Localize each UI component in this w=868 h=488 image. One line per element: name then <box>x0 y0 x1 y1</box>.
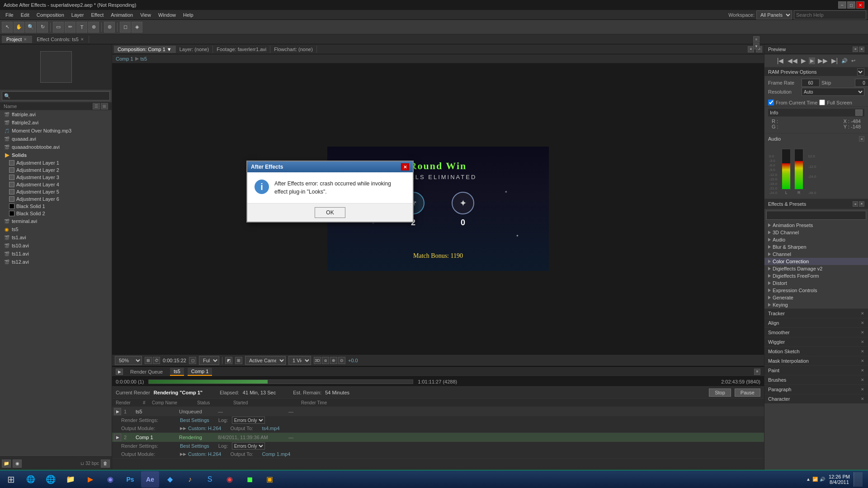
effects-search-input[interactable] <box>766 211 866 220</box>
project-item-ts11[interactable]: 🎬 ts11.avi <box>0 250 112 258</box>
effects-cat-distort[interactable]: Distort <box>764 280 868 287</box>
itunes-btn[interactable]: ♪ <box>181 471 199 488</box>
breadcrumb-comp1[interactable]: Comp 1 <box>116 56 133 62</box>
views-selector[interactable]: 1 View <box>288 356 311 365</box>
tool-select[interactable]: ↖ <box>2 22 13 33</box>
align-header[interactable]: Align ✕ <box>764 318 868 327</box>
project-item-adj2[interactable]: Adjustment Layer 2 <box>0 166 112 174</box>
rq-item-expand-1[interactable]: ▶ <box>114 408 121 415</box>
view-icon-btn[interactable]: ⊞ <box>101 103 108 109</box>
taskbar-clock[interactable]: 12:26 PM 8/4/2011 <box>829 474 850 485</box>
tab-project[interactable]: Project ✕ <box>2 36 32 43</box>
viewer-icon-1[interactable]: ⊞ <box>145 357 152 364</box>
viewer-icon-2[interactable]: ⏱ <box>153 357 160 364</box>
output-to-link-1[interactable]: ts4.mp4 <box>262 426 279 431</box>
alpha-btn[interactable]: α <box>322 357 329 364</box>
unknown5-btn[interactable]: ◼ <box>241 471 259 488</box>
menu-effect[interactable]: Effect <box>87 11 107 19</box>
project-item-ts12[interactable]: 🎬 ts12.avi <box>0 258 112 266</box>
effects-cat-digieffects-damage[interactable]: Digieffects Damage v2 <box>764 265 868 272</box>
step-forward-btn[interactable]: ▶▶ <box>817 56 829 65</box>
effects-cat-color-correction[interactable]: Color Correction <box>764 258 868 265</box>
skip-input[interactable] <box>855 79 868 87</box>
output-to-link-2[interactable]: Comp 1.mp4 <box>262 451 290 457</box>
resolution-selector[interactable]: Auto <box>802 88 864 96</box>
explorer-btn[interactable]: 📁 <box>61 471 80 488</box>
tool-puppet[interactable]: ⊛ <box>104 22 115 33</box>
rq-panel-menu[interactable]: ≡ <box>754 369 760 375</box>
rq-expand-btn[interactable]: ▶ <box>116 369 123 375</box>
new-comp-btn[interactable]: ◉ <box>13 460 22 468</box>
menu-edit[interactable]: Edit <box>17 11 33 19</box>
project-item-terminal[interactable]: 🎬 terminal.avi <box>0 217 112 225</box>
snap-btn[interactable]: ⊙ <box>338 357 345 364</box>
tracker-header[interactable]: Tracker ✕ <box>764 309 868 318</box>
tool-hand[interactable]: ✋ <box>14 22 24 33</box>
skype-btn[interactable]: S <box>201 471 219 488</box>
show-desktop-btn[interactable] <box>854 472 863 487</box>
loop-btn[interactable]: ↩ <box>850 57 856 65</box>
minimize-button[interactable]: − <box>838 1 846 9</box>
viewer-transparency-btn[interactable]: ◩ <box>225 357 232 364</box>
log-selector-1[interactable]: Errors Only <box>232 417 265 424</box>
tool-pen[interactable]: ✏ <box>65 22 75 33</box>
comp-tab-footage[interactable]: Footage: faverlerr1.avi <box>213 46 270 53</box>
frame-rate-input[interactable] <box>802 79 820 87</box>
project-item-adj6[interactable]: Adjustment Layer 6 <box>0 195 112 203</box>
photoshop-btn[interactable]: Ps <box>121 471 139 488</box>
rq-item-expand-2[interactable]: ▶ <box>114 434 121 441</box>
smoother-header[interactable]: Smoother ✕ <box>764 328 868 337</box>
menu-file[interactable]: File <box>2 11 17 19</box>
project-search-input[interactable] <box>2 91 110 100</box>
unknown1-btn[interactable]: ◉ <box>101 471 119 488</box>
effects-cat-expression[interactable]: Expression Controls <box>764 287 868 294</box>
project-item-ts5[interactable]: ◉ ts5 <box>0 225 112 233</box>
project-item-ffatriple[interactable]: 🎬 ffatriple.avi <box>0 110 112 118</box>
menu-view[interactable]: View <box>137 11 155 19</box>
tool-zoom[interactable]: 🔍 <box>25 22 36 33</box>
unknown3-btn[interactable]: ◆ <box>161 471 179 488</box>
menu-layer[interactable]: Layer <box>68 11 88 19</box>
step-back-btn[interactable]: ◀◀ <box>787 56 798 65</box>
menu-help[interactable]: Help <box>179 11 197 19</box>
start-button[interactable]: ⊞ <box>2 471 20 488</box>
rq-item-ts5-header[interactable]: ▶ 1 ts5 Unqueued — — <box>112 407 764 416</box>
dialog-close-button[interactable]: ✕ <box>401 163 409 171</box>
effects-panel-collapse[interactable]: ✕ <box>859 201 864 207</box>
play-btn[interactable]: ▶ <box>800 56 807 65</box>
project-item-quaaad[interactable]: 🎬 quaaad.avi <box>0 135 112 143</box>
effects-cat-audio[interactable]: Audio <box>764 236 868 243</box>
close-button[interactable]: ✕ <box>856 1 864 9</box>
viewer-icon-3[interactable]: ◻ <box>189 357 196 364</box>
output-module-link-1[interactable]: Custom: H.264 <box>188 426 221 431</box>
viewer-grid-btn[interactable]: ⊞ <box>235 357 242 364</box>
project-item-ts1[interactable]: 🎬 ts1.avi <box>0 233 112 242</box>
camera-selector[interactable]: Active Camera <box>245 356 286 365</box>
ae-btn[interactable]: Ae <box>141 471 159 488</box>
ram-options-menu[interactable] <box>857 68 864 76</box>
dialog-ok-button[interactable]: OK <box>315 207 345 218</box>
menu-window[interactable]: Window <box>155 11 179 19</box>
from-current-time-checkbox[interactable] <box>768 99 774 105</box>
flow-btn[interactable]: ⊛ <box>330 357 337 364</box>
comp-tab-comp1[interactable]: Composition: Comp 1 ▼ <box>114 46 176 53</box>
brushes-header[interactable]: Brushes ✕ <box>764 375 868 384</box>
ie-btn[interactable]: 🌐 <box>22 471 40 488</box>
menu-animation[interactable]: Animation <box>107 11 137 19</box>
menu-composition[interactable]: Composition <box>33 11 68 19</box>
project-item-blacksolid2[interactable]: Black Solid 2 <box>0 210 112 217</box>
tool-text[interactable]: T <box>76 22 87 33</box>
go-to-start-btn[interactable]: |◀ <box>776 56 785 65</box>
ram-preview-btn[interactable]: ▶ <box>809 57 815 64</box>
render-settings-link-2[interactable]: Best Settings <box>180 443 209 449</box>
effects-cat-animation[interactable]: Animation Presets <box>764 222 868 229</box>
go-to-end-btn[interactable]: ▶| <box>830 56 839 65</box>
unknown4-btn[interactable]: ◉ <box>221 471 239 488</box>
output-module-link-2[interactable]: Custom: H.264 <box>188 451 221 457</box>
project-item-adj3[interactable]: Adjustment Layer 3 <box>0 174 112 181</box>
3d-btn[interactable]: 3D <box>314 357 321 364</box>
render-settings-link-1[interactable]: Best Settings <box>180 417 209 423</box>
motion-sketch-header[interactable]: Motion Sketch ✕ <box>764 347 868 356</box>
zoom-selector[interactable]: 50% <box>115 356 142 365</box>
log-selector-2[interactable]: Errors Only <box>232 442 265 450</box>
